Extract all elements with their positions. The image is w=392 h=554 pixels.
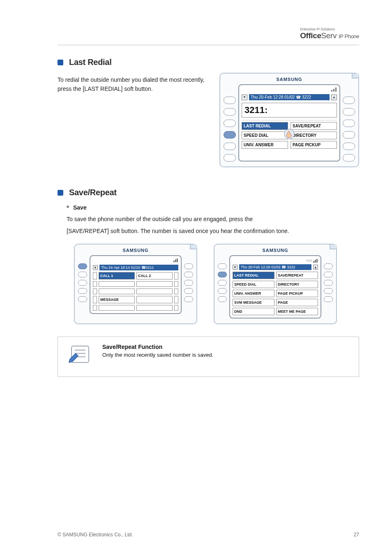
cell-empty[interactable] [99, 281, 135, 287]
nav-up-icon[interactable]: ▲ [331, 95, 337, 100]
status-icons [93, 259, 178, 263]
status-row: ▼ Thu 20-Feb 12:28 01/02 ☎ 3222 ▲ [233, 264, 318, 270]
cell-speed-dial[interactable]: SPEED DIAL [233, 281, 274, 288]
cell-call-2[interactable]: CALL 2 [136, 272, 173, 279]
hw-key[interactable] [218, 263, 227, 269]
cell-empty[interactable] [136, 281, 173, 287]
nav-up-icon[interactable]: ▲ [313, 265, 318, 270]
note-body: Only the most recently saved number is s… [102, 352, 351, 358]
status-row: ▼ Thu 24-Apr 18:14 01/10 ☎3211 [93, 265, 178, 270]
cell-univ-answer[interactable]: UNIV. ANSWER [233, 290, 274, 297]
cell-page[interactable]: PAGE [276, 299, 318, 306]
phone-screen: ▼ Thu 24-Apr 18:14 01/10 ☎3211 CALL 1CAL… [90, 255, 182, 314]
hw-key-active[interactable] [78, 263, 87, 269]
hw-key[interactable] [184, 288, 193, 294]
hw-key[interactable] [343, 120, 355, 127]
heading-last-redial: Last Redial [69, 58, 111, 67]
hw-key[interactable] [184, 272, 193, 277]
heading-marker-icon [58, 190, 63, 196]
hw-key[interactable] [218, 296, 227, 302]
hw-key[interactable] [343, 143, 355, 150]
hw-key[interactable] [324, 296, 333, 302]
divider [242, 120, 337, 120]
hw-key[interactable] [78, 288, 87, 294]
cell-svm-message[interactable]: SVM MESSAGE [233, 299, 274, 306]
logo-suffix: IP Phone [339, 33, 359, 39]
hw-key[interactable] [343, 108, 355, 115]
hw-key[interactable] [343, 131, 355, 138]
softkey-speed-dial[interactable]: SPEED DIAL [242, 132, 288, 139]
bullet-row: Save [67, 203, 359, 212]
cell-meet-me-page[interactable]: MEET ME PAGE [276, 308, 318, 315]
cell-call-1[interactable]: CALL 1 [99, 272, 135, 279]
hw-key[interactable] [78, 296, 87, 302]
hw-key[interactable] [224, 143, 236, 150]
svg-rect-8 [315, 260, 316, 263]
cell-empty[interactable] [136, 289, 173, 294]
hw-key[interactable] [343, 154, 355, 162]
hw-key[interactable] [184, 280, 193, 286]
cell-empty[interactable] [99, 305, 135, 311]
softkey-save-repeat[interactable]: SAVE/REPEAT [291, 122, 337, 130]
hw-key[interactable] [224, 154, 236, 162]
hw-key-active[interactable] [218, 272, 227, 277]
hw-key[interactable] [218, 288, 227, 294]
nav-down-icon[interactable]: ▼ [242, 95, 247, 100]
save-para-1: To save the phone number of the outside … [67, 215, 359, 224]
cell-last-redial[interactable]: LAST REDIAL [233, 272, 274, 279]
footer-copyright: © SAMSUNG Electronics Co., Ltd. [58, 532, 133, 538]
hw-key[interactable] [78, 272, 87, 277]
hw-key[interactable] [184, 263, 193, 269]
section-heading-row: Save/Repeat [58, 188, 359, 197]
cell-empty[interactable] [99, 289, 135, 294]
hw-key-column-right [343, 84, 355, 162]
cell-empty[interactable] [136, 296, 173, 303]
network-icon [173, 259, 178, 262]
softkey-page-pickup[interactable]: PAGE PICKUP [291, 141, 337, 149]
hw-key-active[interactable] [224, 131, 236, 138]
softkey-directory[interactable]: DIRECTORY [291, 132, 337, 139]
save-para-2: [SAVE/REPEAT] soft button. The number is… [67, 226, 359, 235]
hw-key-column-left [218, 255, 227, 319]
status-bar: Thu 20-Feb 12:28 01/02 ☎ 3222 [239, 264, 311, 270]
hw-key[interactable] [224, 120, 236, 127]
phone-tab-icon [190, 245, 197, 249]
nav-down-icon[interactable]: ▼ [233, 265, 238, 270]
status-icons [242, 88, 337, 92]
hw-key[interactable] [324, 263, 333, 269]
hw-key-column-left [78, 255, 87, 314]
hw-key[interactable] [224, 97, 236, 104]
status-bar: Thu 24-Apr 18:14 01/10 ☎3211 [99, 265, 178, 270]
logo-tagline: Enterprise IP Solutions [300, 27, 359, 31]
hw-key[interactable] [224, 108, 236, 115]
hw-key[interactable] [78, 280, 87, 286]
hw-key[interactable] [324, 288, 333, 294]
phone-screen: ○▭ ▼ Thu 20-Feb 12:28 01/02 ☎ 3222 ▲ LAS… [229, 255, 321, 319]
svg-rect-0 [331, 90, 332, 92]
cell-dnd[interactable]: DND [233, 308, 274, 315]
cell-directory[interactable]: DIRECTORY [276, 281, 318, 288]
svg-rect-9 [316, 259, 318, 263]
nav-down-icon[interactable]: ▼ [93, 265, 98, 270]
extension-display: 3211: [242, 103, 337, 118]
cell-save-repeat[interactable]: SAVE/REPEAT [276, 272, 318, 279]
softkey-last-redial[interactable]: LAST REDIAL [242, 122, 288, 130]
status-bar: Thu 20-Feb 12:28 01/02 ☎ 3222 [249, 94, 330, 100]
status-icons: ○▭ [233, 259, 318, 263]
note-content: Save/Repeat Function Only the most recen… [102, 344, 351, 367]
network-icon [331, 88, 337, 92]
cell-empty[interactable] [136, 305, 173, 311]
svg-rect-2 [335, 88, 337, 92]
note-icon-wrap [65, 344, 94, 367]
cell-page-pickup[interactable]: PAGE PICKUP [276, 290, 318, 297]
softkey-univ-answer[interactable]: UNIV. ANSWER [242, 141, 288, 149]
hw-key[interactable] [218, 280, 227, 286]
hw-key[interactable] [343, 97, 355, 104]
hw-key[interactable] [324, 272, 333, 277]
network-icon [313, 259, 318, 263]
bullet-label: Save [73, 203, 87, 212]
cell-message[interactable]: MESSAGE [99, 296, 135, 303]
hw-key[interactable] [324, 280, 333, 286]
last-redial-paragraph: To redial the outside number you dialed … [58, 75, 207, 94]
hw-key[interactable] [184, 296, 193, 302]
